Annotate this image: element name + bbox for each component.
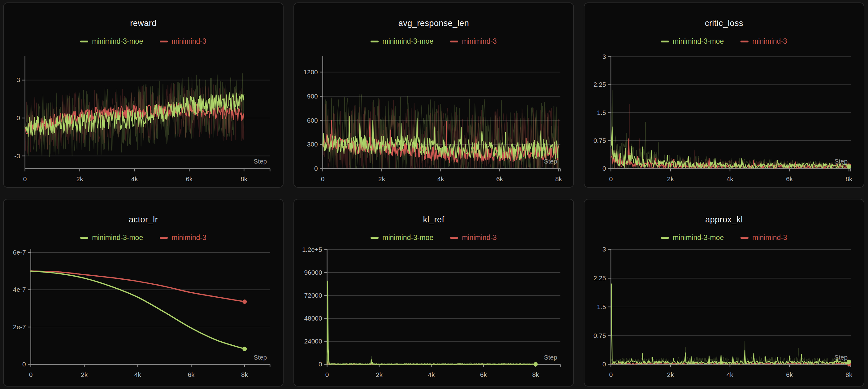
svg-text:72000: 72000 <box>304 292 322 299</box>
svg-text:6k: 6k <box>480 371 487 378</box>
svg-text:4k: 4k <box>131 175 138 182</box>
svg-text:0: 0 <box>22 360 26 368</box>
chart-card-approx_kl: approx_klminimind-3-moeminimind-300.751.… <box>584 199 864 387</box>
svg-text:0.75: 0.75 <box>593 332 606 339</box>
svg-text:0: 0 <box>602 165 606 172</box>
svg-text:6k: 6k <box>786 371 793 378</box>
svg-text:4k: 4k <box>428 371 435 378</box>
x-axis-label: Step <box>253 158 267 165</box>
svg-text:8k: 8k <box>241 371 248 378</box>
svg-text:2.25: 2.25 <box>593 81 606 88</box>
chart-plot-critic_loss[interactable]: 00.751.52.25302k4k6k8kStep <box>584 3 864 187</box>
chart-card-actor_lr: actor_lrminimind-3-moeminimind-302e-74e-… <box>3 199 284 387</box>
svg-text:0: 0 <box>321 175 325 182</box>
svg-text:2k: 2k <box>667 371 674 378</box>
svg-text:96000: 96000 <box>304 269 322 276</box>
svg-text:900: 900 <box>307 93 318 100</box>
svg-text:4e-7: 4e-7 <box>13 286 26 293</box>
svg-text:8k: 8k <box>845 175 852 182</box>
svg-text:8k: 8k <box>532 371 539 378</box>
svg-text:6k: 6k <box>496 175 503 182</box>
svg-text:8k: 8k <box>241 175 248 182</box>
svg-text:2k: 2k <box>667 175 674 182</box>
svg-text:2k: 2k <box>81 371 88 378</box>
chart-card-reward: rewardminimind-3-moeminimind-3-30302k4k6… <box>3 2 284 188</box>
svg-text:2.25: 2.25 <box>593 274 606 281</box>
svg-text:0: 0 <box>314 165 318 172</box>
svg-text:3: 3 <box>602 53 606 60</box>
svg-text:48000: 48000 <box>304 315 322 322</box>
svg-text:1.5: 1.5 <box>597 109 606 116</box>
svg-text:600: 600 <box>307 117 318 124</box>
svg-text:-3: -3 <box>14 152 20 159</box>
svg-text:2k: 2k <box>76 175 84 182</box>
svg-text:8k: 8k <box>845 371 852 378</box>
x-axis-label: Step <box>834 354 847 361</box>
svg-text:4k: 4k <box>437 175 444 182</box>
chart-plot-kl_ref[interactable]: 0240004800072000960001.2e+502k4k6k8kStep <box>294 200 573 386</box>
svg-text:2e-7: 2e-7 <box>13 323 26 330</box>
svg-text:0.75: 0.75 <box>593 137 606 144</box>
svg-text:8k: 8k <box>555 175 562 182</box>
svg-text:2k: 2k <box>376 371 383 378</box>
svg-text:2k: 2k <box>378 175 385 182</box>
svg-text:24000: 24000 <box>304 337 322 345</box>
chart-plot-avg_response_len[interactable]: 0300600900120002k4k6k8kStep <box>294 3 573 187</box>
x-axis-label: Step <box>834 158 847 165</box>
svg-text:0: 0 <box>602 360 606 368</box>
x-axis-label: Step <box>253 354 267 361</box>
chart-plot-reward[interactable]: -30302k4k6k8kStep <box>4 3 283 187</box>
svg-text:1.2e+5: 1.2e+5 <box>302 246 322 253</box>
svg-text:0: 0 <box>318 360 322 368</box>
svg-text:0: 0 <box>609 371 613 378</box>
svg-text:6k: 6k <box>786 175 793 182</box>
svg-text:4k: 4k <box>134 371 142 378</box>
svg-text:6k: 6k <box>186 175 193 182</box>
svg-text:1.5: 1.5 <box>597 303 606 310</box>
charts-dashboard-grid: rewardminimind-3-moeminimind-3-30302k4k6… <box>0 0 868 389</box>
svg-text:6e-7: 6e-7 <box>13 249 26 256</box>
svg-text:0: 0 <box>23 175 27 182</box>
svg-text:3: 3 <box>602 246 606 253</box>
svg-text:4k: 4k <box>726 371 734 378</box>
chart-card-critic_loss: critic_lossminimind-3-moeminimind-300.75… <box>584 2 864 188</box>
chart-plot-actor_lr[interactable]: 02e-74e-76e-702k4k6k8kStep <box>4 200 283 386</box>
svg-text:300: 300 <box>307 141 318 148</box>
svg-text:6k: 6k <box>188 371 195 378</box>
svg-text:0: 0 <box>29 371 33 378</box>
chart-card-kl_ref: kl_refminimind-3-moeminimind-30240004800… <box>293 199 574 387</box>
chart-plot-approx_kl[interactable]: 00.751.52.25302k4k6k8kStep <box>584 200 864 386</box>
svg-text:4k: 4k <box>726 175 734 182</box>
svg-text:1200: 1200 <box>303 68 318 76</box>
x-axis-label: Step <box>544 354 557 361</box>
svg-text:0: 0 <box>326 371 329 378</box>
chart-card-avg_response_len: avg_response_lenminimind-3-moeminimind-3… <box>293 2 574 188</box>
x-axis-label: Step <box>544 158 557 165</box>
svg-text:0: 0 <box>609 175 613 182</box>
svg-text:3: 3 <box>17 76 20 83</box>
svg-text:0: 0 <box>17 114 20 121</box>
